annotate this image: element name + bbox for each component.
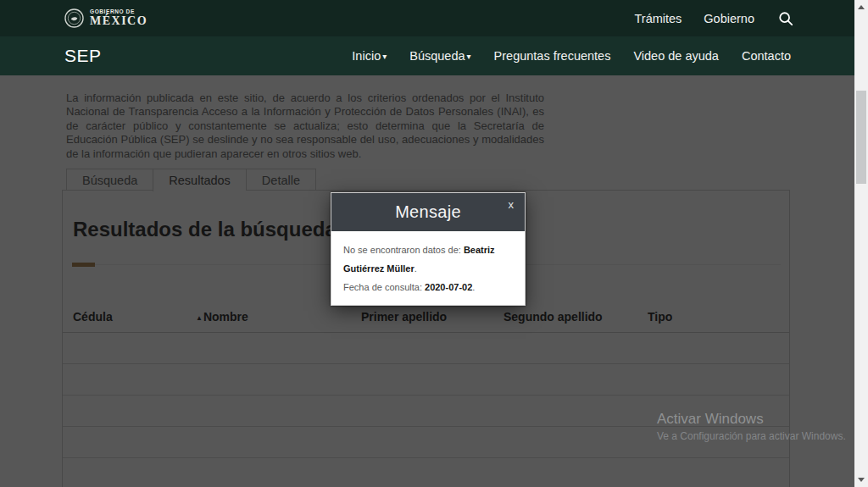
page: GOBIERNO DE MÉXICO Trámites Gobierno SEP… <box>0 0 868 487</box>
message-dialog-header: Mensaje x <box>331 193 525 231</box>
chevron-down-icon: ▾ <box>467 52 471 61</box>
gobierno-de-mexico-logo[interactable]: GOBIERNO DE MÉXICO <box>64 8 147 28</box>
scrollbar-up-icon[interactable] <box>858 5 865 9</box>
query-date-message: Fecha de consulta: 2020-07-02. <box>343 278 513 296</box>
windows-activation-watermark: Activar Windows Ve a Configuración para … <box>657 411 846 443</box>
nav-item-inicio[interactable]: Inicio▾ <box>352 49 387 63</box>
sep-navbar: SEP Inicio▾ Búsqueda▾ Preguntas frecuent… <box>0 36 868 75</box>
government-topbar: GOBIERNO DE MÉXICO Trámites Gobierno <box>0 0 868 36</box>
nav-item-contacto[interactable]: Contacto <box>742 49 791 63</box>
gobierno-link[interactable]: Gobierno <box>704 12 754 25</box>
message-dialog: Mensaje x No se encontraron datos de: Be… <box>331 192 526 306</box>
message-dialog-body: No se encontraron datos de: Beatriz Guti… <box>331 231 525 305</box>
sep-brand[interactable]: SEP <box>64 46 102 66</box>
no-results-message: No se encontraron datos de: Beatriz Guti… <box>343 241 513 278</box>
watermark-title: Activar Windows <box>657 411 846 428</box>
nav-item-preguntas-frecuentes[interactable]: Preguntas frecuentes <box>494 49 611 63</box>
query-date-value: 2020-07-02 <box>425 282 472 292</box>
close-icon[interactable]: x <box>509 198 515 211</box>
vertical-scrollbar[interactable] <box>854 0 868 487</box>
watermark-subtitle: Ve a Configuración para activar Windows. <box>657 430 846 442</box>
chevron-down-icon: ▾ <box>382 52 387 61</box>
nav-item-video-de-ayuda[interactable]: Video de ayuda <box>633 49 719 63</box>
search-icon[interactable] <box>778 11 793 26</box>
brand-text-large: MÉXICO <box>90 15 147 27</box>
scrollbar-thumb[interactable] <box>856 91 866 184</box>
tramites-link[interactable]: Trámites <box>634 12 682 25</box>
mexico-seal-icon <box>64 8 84 28</box>
message-dialog-title: Mensaje <box>331 193 525 231</box>
scrollbar-down-icon[interactable] <box>858 478 865 482</box>
nav-item-busqueda[interactable]: Búsqueda▾ <box>409 49 470 63</box>
